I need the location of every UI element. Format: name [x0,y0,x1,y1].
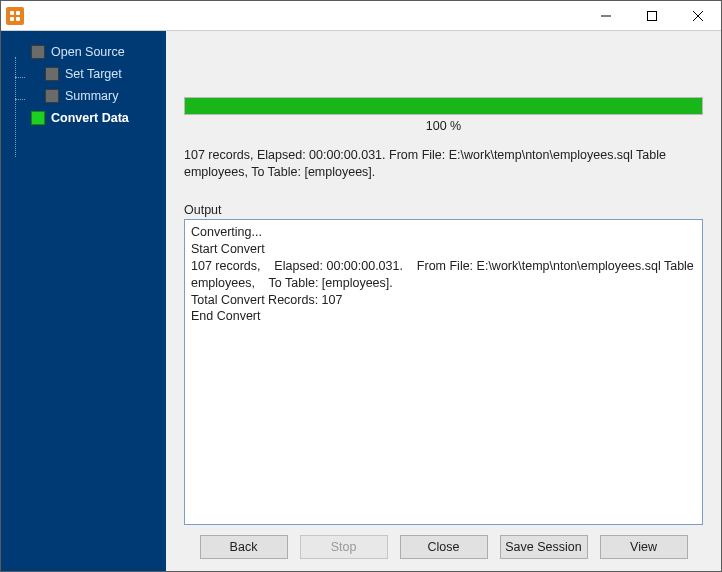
step-label: Summary [65,89,118,103]
body: Open Source Set Target Summary Convert D… [1,31,721,571]
step-indicator-icon [45,67,59,81]
view-button[interactable]: View [600,535,688,559]
titlebar [1,1,721,31]
maximize-button[interactable] [629,1,675,30]
app-window: Open Source Set Target Summary Convert D… [0,0,722,572]
svg-rect-0 [10,11,14,15]
wizard-steps: Open Source Set Target Summary Convert D… [1,41,166,129]
button-row: Back Stop Close Save Session View [166,525,721,571]
progress-section: 100 % [174,39,713,133]
step-set-target[interactable]: Set Target [23,63,166,85]
step-open-source[interactable]: Open Source [9,41,166,63]
back-button[interactable]: Back [200,535,288,559]
step-convert-data[interactable]: Convert Data [9,107,166,129]
window-controls [583,1,721,30]
main-panel: 100 % 107 records, Elapsed: 00:00:00.031… [166,31,721,571]
close-button[interactable]: Close [400,535,488,559]
svg-rect-2 [10,17,14,21]
step-indicator-icon [31,45,45,59]
step-label: Convert Data [51,111,129,125]
step-indicator-icon [31,111,45,125]
step-label: Open Source [51,45,125,59]
step-indicator-icon [45,89,59,103]
app-icon [6,7,24,25]
wizard-sidebar: Open Source Set Target Summary Convert D… [1,31,166,571]
svg-rect-5 [648,11,657,20]
svg-rect-1 [16,11,20,15]
progress-bar [184,97,703,115]
content: 100 % 107 records, Elapsed: 00:00:00.031… [166,31,721,525]
step-label: Set Target [65,67,122,81]
maximize-icon [647,11,657,21]
progress-percent-label: 100 % [184,119,703,133]
step-summary[interactable]: Summary [23,85,166,107]
minimize-icon [601,11,611,21]
close-window-button[interactable] [675,1,721,30]
close-icon [693,11,703,21]
output-textarea[interactable] [184,219,703,525]
progress-fill [185,98,702,114]
save-session-button[interactable]: Save Session [500,535,588,559]
output-label: Output [184,203,703,217]
stop-button: Stop [300,535,388,559]
output-section: Output [174,193,713,525]
status-text: 107 records, Elapsed: 00:00:00.031. From… [174,133,713,193]
minimize-button[interactable] [583,1,629,30]
svg-rect-3 [16,17,20,21]
